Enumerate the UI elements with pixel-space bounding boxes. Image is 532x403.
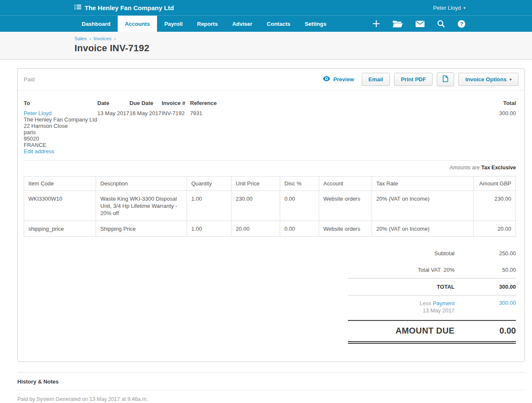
invoice-number-label: Invoice #	[162, 100, 190, 106]
breadcrumb-sales[interactable]: Sales	[74, 36, 87, 41]
breadcrumb-separator: ›	[114, 36, 116, 41]
invoice-card: Paid Preview Email Print PDF	[17, 68, 525, 362]
contact-link[interactable]: Peter Lloyd	[24, 110, 52, 116]
date-label: Date	[97, 100, 130, 106]
invoice-actions: Preview Email Print PDF Invoice Options …	[323, 72, 518, 86]
history-title: History & Notes	[17, 378, 525, 390]
payment-row: Less Payment 13 May 2017 300.00	[348, 295, 516, 319]
total-block: Total 300.00	[465, 100, 516, 155]
company-name: The Henley Fan Company Ltd	[85, 4, 174, 11]
table-header-row: Item Code Description Quantity Unit Pric…	[24, 177, 516, 191]
plus-icon[interactable]	[372, 20, 380, 28]
mail-icon[interactable]	[416, 21, 424, 27]
tab-dashboard[interactable]: Dashboard	[74, 16, 118, 32]
less-text: Less	[420, 300, 431, 306]
invoice-options-label: Invoice Options	[465, 76, 507, 83]
tab-accounts[interactable]: Accounts	[118, 16, 157, 32]
org-list-icon	[74, 4, 81, 11]
cell-quantity: 1.00	[187, 191, 232, 221]
due-date-block: Due Date 16 May 2017	[130, 100, 162, 155]
invoice-card-body: To Peter Lloyd The Henley Fan Company Lt…	[18, 91, 524, 362]
eye-icon	[323, 76, 330, 83]
folder-icon[interactable]	[393, 20, 403, 28]
line-items-table: Item Code Description Quantity Unit Pric…	[24, 176, 516, 237]
caret-down-icon: ▾	[463, 6, 466, 10]
page-title: Invoice INV-7192	[74, 43, 532, 54]
print-pdf-button[interactable]: Print PDF	[394, 73, 433, 86]
copy-document-icon	[443, 75, 448, 83]
breadcrumb: Sales › Invoices ›	[74, 36, 532, 41]
totals-block: Subtotal 250.00 Total VAT 20% 50.00 TOTA…	[348, 245, 516, 344]
grand-total-label: TOTAL	[348, 284, 455, 290]
payment-date: 13 May 2017	[423, 307, 455, 314]
history-entry-meta: Paid by System Generated on 13 May 2017 …	[17, 395, 525, 403]
history-section: History & Notes Paid by System Generated…	[17, 372, 525, 403]
org-switcher[interactable]: The Henley Fan Company Ltd	[74, 4, 174, 11]
breadcrumb-separator: ›	[89, 36, 91, 41]
cell-description: Shipping Price	[96, 221, 187, 237]
help-icon[interactable]: ?	[458, 20, 466, 28]
address-line: 95020	[24, 135, 97, 142]
due-date-label: Due Date	[130, 100, 162, 106]
date-value: 13 May 2017	[97, 110, 130, 116]
cell-amount: 230.00	[474, 191, 516, 221]
cell-item-code: shipping_price	[24, 221, 96, 237]
address-line: paris	[24, 129, 97, 135]
vat-value: 50.00	[455, 267, 516, 273]
to-label: To	[24, 100, 97, 106]
payment-label: Less Payment 13 May 2017	[348, 300, 455, 314]
amount-due-value: 0.00	[455, 326, 516, 336]
history-entries: Paid by System Generated on 13 May 2017 …	[17, 395, 525, 403]
cell-unit-price: 20.00	[232, 221, 280, 237]
col-account: Account	[319, 177, 372, 191]
cell-tax-rate: 20% (VAT on Income)	[372, 221, 474, 237]
date-block: Date 13 May 2017	[97, 100, 130, 155]
tab-payroll[interactable]: Payroll	[157, 16, 190, 32]
edit-address-link[interactable]: Edit address	[24, 148, 54, 155]
tab-reports[interactable]: Reports	[190, 16, 225, 32]
cell-quantity: 1.00	[187, 221, 232, 237]
cell-account: Website orders	[319, 191, 372, 221]
table-row: shipping_price Shipping Price 1.00 20.00…	[24, 221, 516, 237]
cell-disc: 0.00	[280, 191, 319, 221]
nav-icon-group: ?	[372, 16, 466, 32]
cell-description: Waste King WKI-3300 Disposal Unit, 3/4 H…	[96, 191, 187, 221]
email-button[interactable]: Email	[362, 73, 390, 86]
vat-row: Total VAT 20% 50.00	[348, 262, 516, 278]
tax-mode: Tax Exclusive	[481, 165, 516, 171]
svg-text:?: ?	[460, 21, 463, 27]
main-nav: Dashboard Accounts Payroll Reports Advis…	[0, 16, 532, 32]
table-row: WKI3300W10 Waste King WKI-3300 Disposal …	[24, 191, 516, 221]
cell-disc: 0.00	[280, 221, 319, 237]
col-tax-rate: Tax Rate	[372, 177, 474, 191]
user-name: Peter Lloyd	[433, 5, 461, 11]
address-line: FRANCE	[24, 142, 97, 148]
reference-block: Reference 7931	[190, 100, 465, 155]
preview-button[interactable]: Preview	[323, 76, 354, 83]
copy-invoice-button[interactable]	[437, 72, 454, 86]
tab-settings[interactable]: Settings	[298, 16, 334, 32]
cell-item-code: WKI3300W10	[24, 191, 96, 221]
caret-down-icon: ▾	[510, 77, 512, 82]
payment-link[interactable]: Payment	[433, 300, 455, 306]
cell-account: Website orders	[319, 221, 372, 237]
col-description: Description	[96, 177, 187, 191]
amount-due-label: AMOUNT DUE	[348, 326, 455, 336]
col-disc: Disc %	[280, 177, 319, 191]
reference-value: 7931	[190, 110, 465, 116]
user-menu[interactable]: Peter Lloyd ▾	[433, 5, 466, 11]
grand-total-row: TOTAL 300.00	[348, 278, 516, 295]
address-line: The Henley Fan Company Ltd	[24, 116, 97, 123]
search-icon[interactable]	[437, 20, 445, 28]
invoice-options-button[interactable]: Invoice Options ▾	[458, 73, 518, 86]
subtotal-row: Subtotal 250.00	[348, 245, 516, 262]
grand-total-value: 300.00	[455, 284, 516, 290]
invoice-number-block: Invoice # INV-7192	[162, 100, 190, 155]
tab-contacts[interactable]: Contacts	[259, 16, 298, 32]
breadcrumb-invoices[interactable]: Invoices	[94, 36, 111, 41]
top-bar: The Henley Fan Company Ltd Peter Lloyd ▾	[0, 0, 532, 16]
reference-label: Reference	[190, 100, 465, 106]
tab-adviser[interactable]: Adviser	[225, 16, 260, 32]
invoice-number-value: INV-7192	[162, 110, 190, 116]
payment-amount: 300.00	[455, 300, 516, 306]
